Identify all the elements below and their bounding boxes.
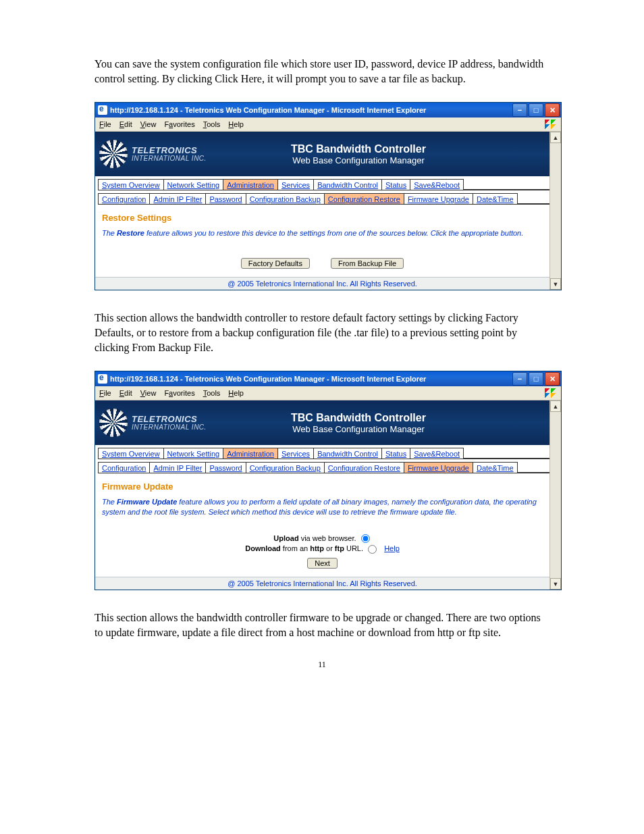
scroll-down-icon[interactable]: ▼: [550, 578, 561, 590]
footer-copyright: @ 2005 Teletronics International Inc. Al…: [95, 577, 549, 590]
upload-radio[interactable]: [361, 534, 370, 543]
tab-network-setting[interactable]: Network Setting: [163, 179, 224, 190]
menu-edit[interactable]: Edit: [119, 120, 132, 128]
intro-paragraph-3: This section allows the bandwidth contro…: [95, 610, 549, 640]
menu-help[interactable]: Help: [228, 389, 244, 397]
logo-globe-icon: [99, 409, 128, 437]
menu-view[interactable]: View: [140, 389, 157, 397]
tab-status[interactable]: Status: [381, 179, 410, 190]
secondary-tabs: Configuration Admin IP Filter Password C…: [95, 459, 549, 473]
footer-copyright: @ 2005 Teletronics International Inc. Al…: [95, 277, 549, 290]
banner-heading-2: Web Base Configuration Manager: [291, 424, 426, 434]
scroll-up-icon[interactable]: ▲: [550, 400, 561, 412]
logo-text-2: INTERNATIONAL INC.: [132, 424, 207, 432]
intro-paragraph-2: This section allows the bandwidth contro…: [95, 311, 549, 355]
help-link[interactable]: Help: [384, 544, 400, 552]
subtab-password[interactable]: Password: [205, 193, 246, 204]
window-titlebar: http://192.168.1.124 - Teletronics Web C…: [95, 103, 561, 118]
subtab-config-backup[interactable]: Configuration Backup: [246, 193, 325, 204]
intro-paragraph-1: You can save the system configuration fi…: [95, 57, 549, 86]
tab-services[interactable]: Services: [277, 448, 314, 459]
menu-favorites[interactable]: Favorites: [164, 389, 194, 397]
banner: TELETRONICS INTERNATIONAL INC. TBC Bandw…: [95, 400, 549, 445]
tab-save-reboot[interactable]: Save&Reboot: [410, 448, 464, 459]
subtab-config-restore[interactable]: Configuration Restore: [324, 193, 404, 204]
upload-option-row: Upload via web browser.: [102, 534, 543, 544]
download-option-row: Download from an http or ftp URL. Help: [102, 544, 543, 554]
menu-view[interactable]: View: [140, 120, 157, 128]
scroll-down-icon[interactable]: ▼: [550, 278, 561, 290]
subtab-date-time[interactable]: Date&Time: [473, 193, 518, 204]
menu-tools[interactable]: Tools: [203, 120, 221, 128]
menu-tools[interactable]: Tools: [203, 389, 221, 397]
subtab-admin-ip-filter[interactable]: Admin IP Filter: [149, 193, 206, 204]
tab-bandwidth-control[interactable]: Bandwidth Control: [313, 448, 382, 459]
tab-administration[interactable]: Administration: [223, 179, 278, 190]
menu-file[interactable]: File: [99, 389, 111, 397]
subtab-configuration[interactable]: Configuration: [98, 193, 150, 204]
tab-system-overview[interactable]: System Overview: [98, 448, 164, 459]
ie-icon: [98, 374, 107, 384]
menubar: File Edit View Favorites Tools Help: [95, 386, 561, 400]
menubar: File Edit View Favorites Tools Help: [95, 118, 561, 132]
screenshot-restore: http://192.168.1.124 - Teletronics Web C…: [95, 102, 562, 290]
logo-text-1: TELETRONICS: [132, 415, 207, 424]
primary-tabs: System Overview Network Setting Administ…: [95, 445, 549, 459]
section-title-firmware: Firmware Update: [102, 481, 543, 492]
secondary-tabs: Configuration Admin IP Filter Password C…: [95, 190, 549, 204]
logo-text-2: INTERNATIONAL INC.: [132, 155, 207, 163]
logo-globe-icon: [99, 140, 128, 168]
maximize-button[interactable]: □: [529, 103, 543, 117]
subtab-config-restore[interactable]: Configuration Restore: [324, 462, 404, 473]
restore-description: The Restore feature allows you to restor…: [102, 228, 543, 238]
tab-status[interactable]: Status: [381, 448, 410, 459]
screenshot-firmware: http://192.168.1.124 - Teletronics Web C…: [95, 371, 562, 590]
window-titlebar: http://192.168.1.124 - Teletronics Web C…: [95, 371, 561, 386]
window-title: http://192.168.1.124 - Teletronics Web C…: [110, 106, 426, 114]
maximize-button[interactable]: □: [529, 372, 543, 386]
menu-help[interactable]: Help: [228, 120, 244, 128]
subtab-date-time[interactable]: Date&Time: [473, 462, 518, 473]
tab-system-overview[interactable]: System Overview: [98, 179, 164, 190]
close-button[interactable]: ✕: [545, 372, 560, 386]
menu-file[interactable]: File: [99, 120, 111, 128]
download-radio[interactable]: [368, 545, 377, 554]
banner: TELETRONICS INTERNATIONAL INC. TBC Bandw…: [95, 132, 549, 176]
primary-tabs: System Overview Network Setting Administ…: [95, 176, 549, 190]
window-title: http://192.168.1.124 - Teletronics Web C…: [110, 375, 426, 383]
firmware-description: The Firmware Update feature allows you t…: [102, 497, 543, 517]
close-button[interactable]: ✕: [545, 103, 560, 117]
next-button[interactable]: Next: [307, 558, 338, 569]
tab-services[interactable]: Services: [277, 179, 314, 190]
scrollbar[interactable]: ▲ ▼: [549, 400, 561, 590]
tab-network-setting[interactable]: Network Setting: [163, 448, 224, 459]
ie-icon: [98, 105, 107, 115]
menu-favorites[interactable]: Favorites: [164, 120, 194, 128]
scroll-up-icon[interactable]: ▲: [550, 132, 561, 143]
windows-flag-icon: [545, 120, 557, 129]
logo-text-1: TELETRONICS: [132, 146, 207, 155]
tab-bandwidth-control[interactable]: Bandwidth Control: [313, 179, 382, 190]
minimize-button[interactable]: −: [512, 103, 527, 117]
section-title-restore: Restore Settings: [102, 213, 543, 223]
scrollbar[interactable]: ▲ ▼: [549, 132, 561, 290]
minimize-button[interactable]: −: [512, 372, 527, 386]
subtab-password[interactable]: Password: [205, 462, 246, 473]
banner-heading-1: TBC Bandwidth Controller: [291, 412, 426, 424]
subtab-admin-ip-filter[interactable]: Admin IP Filter: [149, 462, 206, 473]
tab-administration[interactable]: Administration: [223, 448, 278, 459]
subtab-firmware-upgrade[interactable]: Firmware Upgrade: [404, 193, 473, 204]
menu-edit[interactable]: Edit: [119, 389, 132, 397]
tab-save-reboot[interactable]: Save&Reboot: [410, 179, 464, 190]
banner-heading-2: Web Base Configuration Manager: [291, 155, 426, 165]
subtab-configuration[interactable]: Configuration: [98, 462, 150, 473]
page-number: 11: [95, 660, 549, 670]
subtab-firmware-upgrade[interactable]: Firmware Upgrade: [404, 462, 473, 473]
windows-flag-icon: [545, 388, 557, 398]
subtab-config-backup[interactable]: Configuration Backup: [246, 462, 325, 473]
banner-heading-1: TBC Bandwidth Controller: [291, 143, 426, 155]
factory-defaults-button[interactable]: Factory Defaults: [241, 258, 310, 269]
from-backup-file-button[interactable]: From Backup File: [331, 258, 404, 269]
